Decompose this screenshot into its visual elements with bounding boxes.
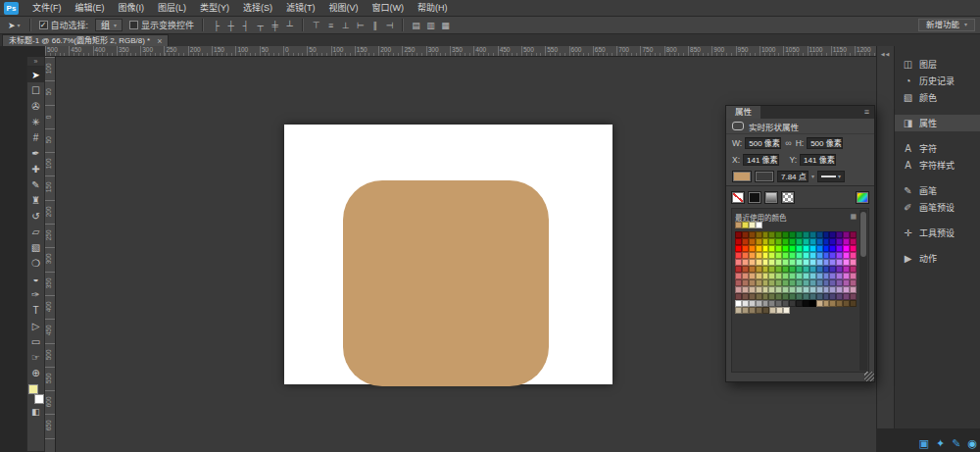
color-swatch[interactable] (749, 266, 756, 273)
color-swatch[interactable] (762, 266, 769, 273)
dock-button-brush[interactable]: ✎画笔 (895, 182, 980, 199)
color-swatch[interactable] (829, 279, 836, 286)
pattern-fill-button[interactable] (781, 191, 795, 204)
color-swatch[interactable] (796, 245, 803, 252)
color-swatch[interactable] (775, 300, 782, 307)
dock-button-character[interactable]: A字符 (895, 140, 980, 157)
color-swatch[interactable] (843, 279, 850, 286)
foreground-color-swatch[interactable] (28, 384, 38, 394)
stroke-type-dropdown[interactable]: ▾ (817, 171, 845, 182)
color-swatch[interactable] (836, 286, 843, 293)
color-swatch[interactable] (749, 231, 756, 238)
color-swatch[interactable] (742, 252, 749, 259)
color-swatch[interactable] (789, 279, 796, 286)
color-swatch[interactable] (843, 245, 850, 252)
color-swatch[interactable] (789, 300, 796, 307)
no-color-button[interactable] (731, 191, 745, 204)
arrange-button[interactable]: ▦ (438, 19, 453, 32)
color-swatch[interactable] (816, 273, 823, 279)
color-swatch[interactable] (809, 273, 816, 279)
color-swatch[interactable] (789, 266, 796, 273)
color-swatch[interactable] (803, 266, 809, 273)
zoom-tool-button[interactable]: ⊕ (27, 365, 44, 380)
color-swatch[interactable] (803, 273, 809, 279)
color-swatch[interactable] (775, 252, 782, 259)
color-swatch[interactable] (789, 252, 796, 259)
color-swatch[interactable] (756, 245, 762, 252)
dock-button-layers[interactable]: ◫图层 (895, 56, 980, 73)
color-swatch[interactable] (829, 300, 836, 307)
color-swatch[interactable] (796, 293, 803, 300)
color-swatch[interactable] (762, 293, 769, 300)
color-swatch[interactable] (782, 286, 789, 293)
y-input[interactable]: 141 像素 (800, 154, 836, 166)
color-swatch[interactable] (789, 231, 796, 238)
color-swatch[interactable] (735, 231, 742, 238)
color-swatch[interactable] (843, 273, 850, 279)
color-swatch[interactable] (735, 266, 742, 273)
auto-select-target-dropdown[interactable]: 组 ▾ (95, 19, 122, 31)
menu-item[interactable]: 滤镜(T) (279, 0, 322, 16)
color-swatch[interactable] (782, 252, 789, 259)
eraser-tool-button[interactable]: ▱ (27, 224, 44, 239)
grid-view-icon[interactable]: ▦ (850, 213, 857, 221)
color-swatch[interactable] (735, 252, 742, 259)
color-swatch[interactable] (850, 300, 857, 307)
color-swatch[interactable] (809, 293, 816, 300)
align-vertical-centers-button[interactable]: ╪ (268, 19, 282, 32)
panel-menu-icon[interactable]: ≡ (859, 106, 874, 119)
color-swatch[interactable] (782, 273, 789, 279)
color-swatch[interactable] (850, 238, 857, 245)
color-swatch[interactable] (762, 238, 769, 245)
menu-item[interactable]: 文件(F) (25, 0, 69, 16)
lasso-tool-button[interactable]: ✇ (27, 98, 44, 114)
color-swatch[interactable] (850, 293, 857, 300)
color-swatch[interactable] (809, 252, 816, 259)
color-swatch[interactable] (762, 245, 769, 252)
color-swatch[interactable] (843, 259, 850, 266)
color-swatch[interactable] (816, 286, 823, 293)
color-swatch[interactable] (742, 300, 749, 307)
color-swatch[interactable] (768, 293, 775, 300)
color-swatch[interactable] (775, 245, 782, 252)
distribute-bottom-edges-button[interactable]: ⊥ (338, 19, 353, 32)
color-swatch[interactable] (756, 286, 762, 293)
menu-item[interactable]: 编辑(E) (69, 0, 112, 16)
taskbar-app-3-icon[interactable]: ✎ (952, 436, 960, 451)
color-swatch[interactable] (816, 300, 823, 307)
dock-button-color[interactable]: ▧颜色 (895, 89, 980, 106)
color-swatch[interactable] (836, 252, 843, 259)
color-swatch[interactable] (762, 252, 769, 259)
color-swatch[interactable] (783, 307, 790, 314)
stroke-color-swatch[interactable] (755, 171, 774, 182)
color-swatch[interactable] (803, 293, 809, 300)
solid-color-button[interactable] (748, 191, 761, 204)
quick-selection-tool-button[interactable]: ✳ (27, 114, 44, 129)
color-swatch[interactable] (756, 266, 762, 273)
color-swatch[interactable] (782, 300, 789, 307)
color-swatch[interactable] (803, 259, 809, 266)
panel-resize-grip[interactable] (864, 372, 874, 381)
path-selection-tool-button[interactable]: ▷ (27, 318, 44, 333)
color-swatch[interactable] (756, 252, 762, 259)
color-swatch[interactable] (769, 307, 776, 314)
color-swatch[interactable] (735, 293, 742, 300)
dodge-tool-button[interactable]: ◒ (27, 271, 44, 286)
dock-button-properties[interactable]: ◨属性 (895, 115, 980, 131)
color-swatch[interactable] (768, 273, 775, 279)
brush-tool-button[interactable]: ✎ (27, 176, 44, 192)
color-swatch[interactable] (789, 273, 796, 279)
history-brush-tool-button[interactable]: ↺ (27, 208, 44, 224)
color-swatch[interactable] (768, 286, 775, 293)
color-swatch[interactable] (782, 238, 789, 245)
color-swatch[interactable] (749, 245, 756, 252)
recent-color-swatch[interactable] (735, 222, 742, 228)
taskbar-app-2-icon[interactable]: ✦ (936, 436, 945, 451)
menu-item[interactable]: 图层(L) (151, 0, 193, 16)
color-swatch[interactable] (829, 273, 836, 279)
color-swatch[interactable] (796, 286, 803, 293)
color-swatch[interactable] (756, 300, 762, 307)
color-swatch[interactable] (796, 238, 803, 245)
color-swatch[interactable] (775, 266, 782, 273)
color-swatch[interactable] (742, 293, 749, 300)
